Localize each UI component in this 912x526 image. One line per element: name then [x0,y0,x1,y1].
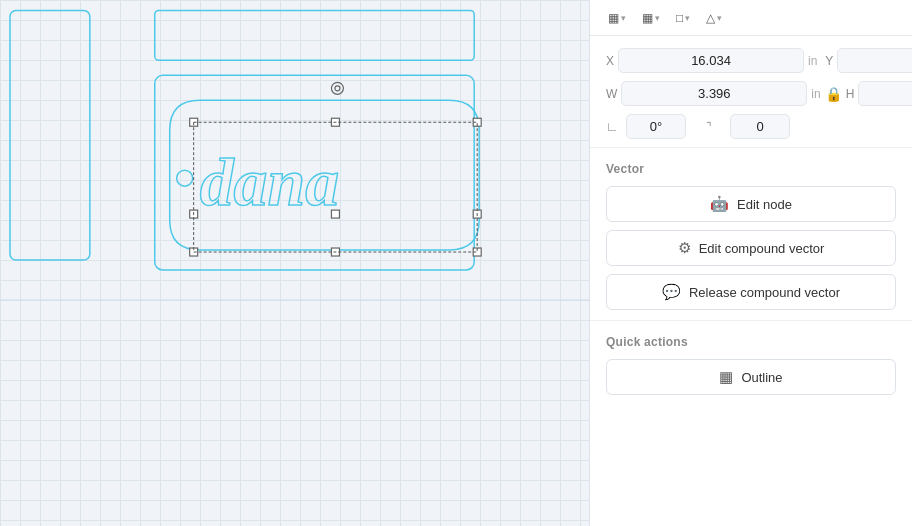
canvas-area[interactable]: dana [0,0,590,526]
vector-section-label: Vector [606,162,896,176]
align-chevron: ▾ [621,13,626,23]
distribute-chevron: ▾ [655,13,660,23]
corner-input[interactable] [730,114,790,139]
arrange-button[interactable]: □ ▾ [670,8,696,28]
x-label: X [606,54,614,68]
xy-row: X in Y in [606,48,896,73]
angle-icon: ∟ [606,119,622,134]
svg-rect-0 [10,10,90,260]
distribute-icon: ▦ [642,11,653,25]
toolbar-icon-group: ▦ ▾ ▦ ▾ □ ▾ △ ▾ [602,8,728,28]
align-button[interactable]: ▦ ▾ [602,8,632,28]
corner-icon: ⌝ [706,120,722,134]
edit-node-icon: 🤖 [710,195,729,213]
angle-row: ∟ ⌝ [606,114,896,139]
edit-compound-label: Edit compound vector [699,241,825,256]
svg-point-3 [177,170,193,186]
warning-chevron: ▾ [717,13,722,23]
y-input[interactable] [837,48,912,73]
y-label: Y [825,54,833,68]
vector-section: Vector 🤖 Edit node ⚙ Edit compound vecto… [590,148,912,321]
outline-icon: ▦ [719,368,733,386]
warning-button[interactable]: △ ▾ [700,8,728,28]
outline-button[interactable]: ▦ Outline [606,359,896,395]
w-unit: in [811,87,820,101]
release-compound-label: Release compound vector [689,285,840,300]
edit-node-button[interactable]: 🤖 Edit node [606,186,896,222]
distribute-button[interactable]: ▦ ▾ [636,8,666,28]
lock-icon[interactable]: 🔒 [825,86,842,102]
edit-compound-icon: ⚙ [678,239,691,257]
edit-node-label: Edit node [737,197,792,212]
h-input[interactable] [858,81,912,106]
release-compound-icon: 💬 [662,283,681,301]
angle-input[interactable] [626,114,686,139]
release-compound-vector-button[interactable]: 💬 Release compound vector [606,274,896,310]
h-label: H [846,87,855,101]
edit-compound-vector-button[interactable]: ⚙ Edit compound vector [606,230,896,266]
wh-row: W in 🔒 H in [606,81,896,106]
coords-section: X in Y in W in 🔒 H in ∟ ⌝ [590,36,912,148]
x-input[interactable] [618,48,804,73]
svg-rect-1 [155,10,474,60]
right-panel: ▦ ▾ ▦ ▾ □ ▾ △ ▾ X in Y in [590,0,912,526]
arrange-chevron: ▾ [685,13,690,23]
w-input[interactable] [621,81,807,106]
outline-label: Outline [741,370,782,385]
quick-actions-section: Quick actions ▦ Outline [590,321,912,405]
quick-actions-label: Quick actions [606,335,896,349]
warning-icon: △ [706,11,715,25]
svg-rect-9 [331,210,339,218]
w-label: W [606,87,617,101]
top-toolbar: ▦ ▾ ▦ ▾ □ ▾ △ ▾ [590,0,912,36]
align-icon: ▦ [608,11,619,25]
x-unit: in [808,54,817,68]
arrange-icon: □ [676,11,683,25]
svg-text:dana: dana [200,145,340,220]
svg-point-15 [335,86,340,91]
canvas-svg: dana [0,0,589,526]
svg-point-14 [331,82,343,94]
